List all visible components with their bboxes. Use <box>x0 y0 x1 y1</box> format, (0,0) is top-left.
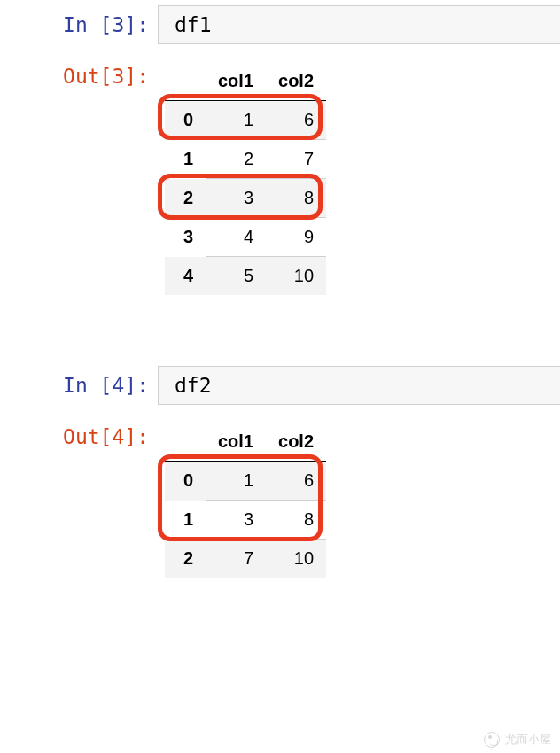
output-area: col1 col2 0 1 6 1 2 7 <box>158 57 560 304</box>
code-cell[interactable]: df1 <box>158 5 560 44</box>
dataframe-table: col1 col2 0 1 6 1 3 8 <box>165 423 326 578</box>
table-corner <box>165 62 206 101</box>
prompt-out: Out[3]: <box>0 57 158 96</box>
prompt-in: In [4]: <box>0 366 158 405</box>
row-index: 0 <box>165 462 206 501</box>
row-index: 3 <box>165 218 206 257</box>
table-cell: 2 <box>206 140 266 179</box>
prompt-out: Out[4]: <box>0 417 158 456</box>
row-index: 4 <box>165 257 206 296</box>
table-cell: 3 <box>206 179 266 218</box>
table-row: 1 3 8 <box>165 501 326 540</box>
row-index: 1 <box>165 140 206 179</box>
column-header: col2 <box>266 62 326 101</box>
row-index: 0 <box>165 101 206 140</box>
column-header: col1 <box>206 423 266 462</box>
code-cell[interactable]: df2 <box>158 366 560 405</box>
dataframe-table-wrap: col1 col2 0 1 6 1 3 8 <box>165 423 326 578</box>
table-row: 4 5 10 <box>165 257 326 296</box>
table-cell: 1 <box>206 101 266 140</box>
table-row: 2 3 8 <box>165 179 326 218</box>
table-cell: 7 <box>266 140 326 179</box>
table-row: 2 7 10 <box>165 540 326 578</box>
dataframe-table: col1 col2 0 1 6 1 2 7 <box>165 62 326 295</box>
table-cell: 5 <box>206 257 266 296</box>
row-index: 1 <box>165 501 206 540</box>
table-row: 0 1 6 <box>165 462 326 501</box>
table-cell: 8 <box>266 501 326 540</box>
watermark-text: 尤而小屋 <box>505 732 551 748</box>
wechat-icon <box>484 732 500 748</box>
watermark: 尤而小屋 <box>484 732 551 748</box>
table-cell: 10 <box>266 257 326 296</box>
table-corner <box>165 423 206 462</box>
table-cell: 6 <box>266 462 326 501</box>
table-cell: 6 <box>266 101 326 140</box>
row-index: 2 <box>165 540 206 578</box>
table-cell: 7 <box>206 540 266 578</box>
prompt-in: In [3]: <box>0 5 158 44</box>
table-cell: 9 <box>266 218 326 257</box>
table-cell: 3 <box>206 501 266 540</box>
dataframe-table-wrap: col1 col2 0 1 6 1 2 7 <box>165 62 326 295</box>
table-row: 0 1 6 <box>165 101 326 140</box>
row-index: 2 <box>165 179 206 218</box>
table-cell: 10 <box>266 540 326 578</box>
table-row: 1 2 7 <box>165 140 326 179</box>
table-cell: 4 <box>206 218 266 257</box>
column-header: col1 <box>206 62 266 101</box>
table-row: 3 4 9 <box>165 218 326 257</box>
column-header: col2 <box>266 423 326 462</box>
table-cell: 1 <box>206 462 266 501</box>
output-area: col1 col2 0 1 6 1 3 8 <box>158 417 560 586</box>
table-cell: 8 <box>266 179 326 218</box>
